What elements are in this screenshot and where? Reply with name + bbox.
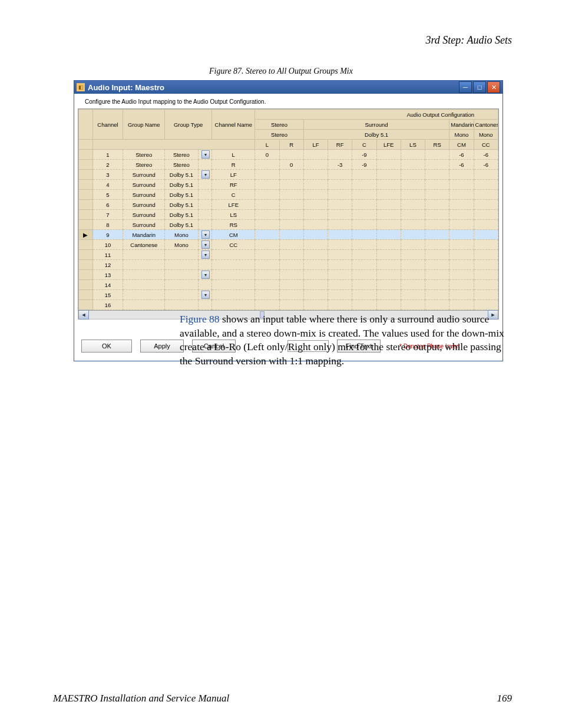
cell-channel-name[interactable]: CC (212, 240, 255, 250)
cell-channel[interactable]: 12 (92, 260, 123, 270)
cell-group-type[interactable]: Dolby 5.1 (165, 190, 199, 200)
mix-value-cell[interactable] (279, 210, 303, 220)
cell-group-type[interactable]: Dolby 5.1 (165, 200, 199, 210)
group-type-dropdown[interactable]: ▾ (198, 270, 212, 280)
mix-value-cell[interactable] (328, 280, 352, 290)
mix-value-cell[interactable] (352, 260, 376, 270)
table-row[interactable]: 16 (79, 300, 498, 310)
mix-value-cell[interactable] (279, 240, 303, 250)
mix-value-cell[interactable] (449, 240, 474, 250)
chevron-down-icon[interactable]: ▾ (201, 170, 210, 179)
mix-value-cell[interactable] (376, 260, 401, 270)
group-type-dropdown[interactable]: ▾ (198, 230, 212, 240)
mix-value-cell[interactable]: -9 (352, 150, 376, 160)
mix-value-cell[interactable] (279, 260, 303, 270)
mix-value-cell[interactable] (303, 150, 328, 160)
cell-channel[interactable]: 4 (92, 180, 123, 190)
mix-value-cell[interactable] (303, 200, 328, 210)
figure-reference-link[interactable]: Figure 88 (180, 313, 220, 325)
mix-value-cell[interactable] (279, 290, 303, 300)
cell-channel-name[interactable]: LS (212, 210, 255, 220)
mix-value-cell[interactable] (401, 190, 425, 200)
group-type-dropdown[interactable]: ▾ (198, 170, 212, 180)
mix-value-cell[interactable] (425, 260, 449, 270)
mix-value-cell[interactable] (401, 260, 425, 270)
chevron-down-icon[interactable]: ▾ (201, 230, 210, 239)
cell-group-name[interactable] (123, 280, 165, 290)
mix-value-cell[interactable] (376, 300, 401, 310)
cell-channel-name[interactable] (212, 300, 255, 310)
mix-value-cell[interactable] (255, 260, 279, 270)
mix-value-cell[interactable] (376, 230, 401, 240)
mix-value-cell[interactable] (474, 220, 498, 230)
mix-value-cell[interactable] (474, 240, 498, 250)
mix-value-cell[interactable] (255, 280, 279, 290)
mix-value-cell[interactable] (425, 220, 449, 230)
mix-value-cell[interactable] (352, 270, 376, 280)
cell-group-name[interactable] (123, 270, 165, 280)
group-type-dropdown[interactable]: ▾ (198, 240, 212, 250)
table-row[interactable]: 5SurroundDolby 5.1C (79, 190, 498, 200)
mix-value-cell[interactable] (376, 170, 401, 180)
mix-value-cell[interactable] (255, 210, 279, 220)
cell-group-name[interactable] (123, 250, 165, 260)
mix-value-cell[interactable] (474, 300, 498, 310)
table-row[interactable]: 15▾ (79, 290, 498, 300)
cell-group-type[interactable]: Dolby 5.1 (165, 220, 199, 230)
mix-value-cell[interactable] (279, 180, 303, 190)
cell-channel-name[interactable]: LF (212, 170, 255, 180)
cell-group-name[interactable]: Stereo (123, 150, 165, 160)
mix-value-cell[interactable] (449, 260, 474, 270)
cell-channel[interactable]: 13 (92, 270, 123, 280)
mix-value-cell[interactable] (352, 280, 376, 290)
mix-value-cell[interactable] (255, 190, 279, 200)
mix-value-cell[interactable]: -6 (474, 160, 498, 170)
mix-value-cell[interactable] (352, 170, 376, 180)
mix-value-cell[interactable] (328, 230, 352, 240)
mix-value-cell[interactable] (474, 190, 498, 200)
mix-value-cell[interactable] (328, 300, 352, 310)
mix-value-cell[interactable] (401, 270, 425, 280)
mix-value-cell[interactable] (303, 230, 328, 240)
table-row[interactable]: 4SurroundDolby 5.1RF (79, 180, 498, 190)
table-row[interactable]: 6SurroundDolby 5.1LFE (79, 200, 498, 210)
mix-value-cell[interactable] (255, 300, 279, 310)
cell-group-name[interactable] (123, 300, 165, 310)
cell-group-name[interactable]: Surround (123, 170, 165, 180)
group-type-dropdown[interactable]: ▾ (198, 290, 212, 300)
mix-value-cell[interactable] (279, 250, 303, 260)
mix-value-cell[interactable] (255, 230, 279, 240)
mix-value-cell[interactable] (449, 300, 474, 310)
cell-group-type[interactable]: Dolby 5.1 (165, 210, 199, 220)
mix-value-cell[interactable] (401, 240, 425, 250)
mix-value-cell[interactable] (255, 180, 279, 190)
cell-channel[interactable]: 16 (92, 300, 123, 310)
mix-value-cell[interactable] (425, 250, 449, 260)
mix-value-cell[interactable] (401, 290, 425, 300)
mix-value-cell[interactable] (474, 170, 498, 180)
mix-value-cell[interactable] (425, 200, 449, 210)
mix-value-cell[interactable] (352, 220, 376, 230)
mix-value-cell[interactable] (352, 240, 376, 250)
close-button[interactable]: ✕ (487, 81, 500, 93)
cell-channel[interactable]: 11 (92, 250, 123, 260)
apply-button[interactable]: Apply (140, 340, 184, 353)
mix-value-cell[interactable] (401, 150, 425, 160)
cell-channel[interactable]: 6 (92, 200, 123, 210)
mix-value-cell[interactable] (449, 270, 474, 280)
mix-value-cell[interactable] (255, 270, 279, 280)
mix-value-cell[interactable] (474, 200, 498, 210)
mix-value-cell[interactable] (303, 210, 328, 220)
mix-value-cell[interactable] (401, 160, 425, 170)
mix-value-cell[interactable] (474, 230, 498, 240)
mix-value-cell[interactable]: -9 (352, 160, 376, 170)
mix-value-cell[interactable] (401, 200, 425, 210)
mix-value-cell[interactable] (352, 250, 376, 260)
mix-value-cell[interactable] (425, 160, 449, 170)
mix-value-cell[interactable]: 0 (255, 150, 279, 160)
mix-value-cell[interactable] (401, 210, 425, 220)
cell-channel[interactable]: 8 (92, 220, 123, 230)
mix-value-cell[interactable] (255, 220, 279, 230)
mix-value-cell[interactable] (352, 180, 376, 190)
mix-value-cell[interactable] (401, 220, 425, 230)
